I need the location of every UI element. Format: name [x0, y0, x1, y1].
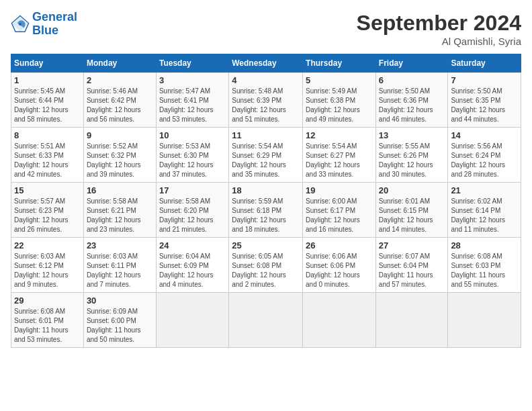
day-info: Sunrise: 5:50 AM Sunset: 6:36 PM Dayligh… [379, 87, 445, 124]
month-title: September 2024 [357, 11, 521, 36]
calendar-day-cell: 4Sunrise: 5:48 AM Sunset: 6:39 PM Daylig… [229, 73, 303, 128]
page-header: General Blue September 2024 Al Qamishli,… [11, 11, 521, 47]
day-number: 30 [87, 295, 153, 306]
calendar-day-cell: 5Sunrise: 5:49 AM Sunset: 6:38 PM Daylig… [303, 73, 376, 128]
day-number: 27 [379, 240, 445, 250]
location: Al Qamishli, Syria [357, 36, 521, 47]
empty-day-cell [229, 293, 303, 348]
day-number: 11 [232, 130, 300, 140]
empty-day-cell [156, 293, 228, 348]
day-info: Sunrise: 5:50 AM Sunset: 6:35 PM Dayligh… [451, 87, 518, 124]
day-number: 6 [379, 75, 445, 85]
calendar-day-cell: 16Sunrise: 5:58 AM Sunset: 6:21 PM Dayli… [83, 183, 156, 238]
calendar-week-row: 22Sunrise: 6:03 AM Sunset: 6:12 PM Dayli… [11, 238, 521, 293]
day-number: 12 [306, 130, 373, 140]
day-info: Sunrise: 5:45 AM Sunset: 6:44 PM Dayligh… [14, 87, 81, 124]
calendar-week-row: 1Sunrise: 5:45 AM Sunset: 6:44 PM Daylig… [11, 73, 521, 128]
calendar-day-cell: 11Sunrise: 5:54 AM Sunset: 6:29 PM Dayli… [229, 128, 303, 183]
day-info: Sunrise: 6:04 AM Sunset: 6:09 PM Dayligh… [159, 252, 226, 289]
calendar-day-cell: 18Sunrise: 5:59 AM Sunset: 6:18 PM Dayli… [229, 183, 303, 238]
day-number: 3 [159, 75, 226, 85]
day-info: Sunrise: 5:48 AM Sunset: 6:39 PM Dayligh… [232, 87, 300, 124]
logo: General Blue [11, 11, 77, 38]
calendar-week-row: 29Sunrise: 6:08 AM Sunset: 6:01 PM Dayli… [11, 293, 521, 348]
calendar-day-cell: 15Sunrise: 5:57 AM Sunset: 6:23 PM Dayli… [11, 183, 84, 238]
empty-day-cell [303, 293, 376, 348]
day-info: Sunrise: 5:46 AM Sunset: 6:42 PM Dayligh… [87, 87, 153, 124]
day-header-row: SundayMondayTuesdayWednesdayThursdayFrid… [11, 54, 521, 73]
calendar-day-cell: 1Sunrise: 5:45 AM Sunset: 6:44 PM Daylig… [11, 73, 84, 128]
day-info: Sunrise: 6:03 AM Sunset: 6:12 PM Dayligh… [14, 252, 81, 289]
calendar-day-cell: 27Sunrise: 6:07 AM Sunset: 6:04 PM Dayli… [375, 238, 448, 293]
day-number: 8 [14, 130, 81, 140]
calendar-week-row: 8Sunrise: 5:51 AM Sunset: 6:33 PM Daylig… [11, 128, 521, 183]
calendar-day-cell: 9Sunrise: 5:52 AM Sunset: 6:32 PM Daylig… [83, 128, 156, 183]
day-of-week-header: Wednesday [229, 54, 303, 73]
calendar-day-cell: 8Sunrise: 5:51 AM Sunset: 6:33 PM Daylig… [11, 128, 84, 183]
empty-day-cell [448, 293, 521, 348]
logo-line1: General [32, 10, 77, 24]
day-of-week-header: Saturday [448, 54, 521, 73]
day-number: 2 [87, 75, 153, 85]
calendar-day-cell: 6Sunrise: 5:50 AM Sunset: 6:36 PM Daylig… [375, 73, 448, 128]
day-of-week-header: Thursday [303, 54, 376, 73]
day-info: Sunrise: 5:57 AM Sunset: 6:23 PM Dayligh… [14, 197, 81, 234]
day-info: Sunrise: 5:59 AM Sunset: 6:18 PM Dayligh… [232, 197, 300, 234]
day-info: Sunrise: 5:58 AM Sunset: 6:21 PM Dayligh… [87, 197, 153, 234]
day-number: 19 [306, 185, 373, 195]
day-number: 16 [87, 185, 153, 195]
day-of-week-header: Monday [83, 54, 156, 73]
day-number: 18 [232, 185, 300, 195]
calendar-day-cell: 29Sunrise: 6:08 AM Sunset: 6:01 PM Dayli… [11, 293, 84, 348]
calendar-week-row: 15Sunrise: 5:57 AM Sunset: 6:23 PM Dayli… [11, 183, 521, 238]
calendar-header: SundayMondayTuesdayWednesdayThursdayFrid… [11, 54, 521, 73]
day-info: Sunrise: 5:49 AM Sunset: 6:38 PM Dayligh… [306, 87, 373, 124]
calendar-day-cell: 26Sunrise: 6:06 AM Sunset: 6:06 PM Dayli… [303, 238, 376, 293]
day-number: 4 [232, 75, 300, 85]
day-info: Sunrise: 6:09 AM Sunset: 6:00 PM Dayligh… [87, 307, 153, 345]
day-number: 10 [159, 130, 226, 140]
day-number: 17 [159, 185, 226, 195]
calendar-day-cell: 21Sunrise: 6:02 AM Sunset: 6:14 PM Dayli… [448, 183, 521, 238]
day-number: 26 [306, 240, 373, 250]
logo-line2: Blue [32, 24, 58, 37]
day-number: 23 [87, 240, 153, 250]
day-info: Sunrise: 6:08 AM Sunset: 6:03 PM Dayligh… [451, 252, 518, 289]
empty-day-cell [375, 293, 448, 348]
calendar-day-cell: 19Sunrise: 6:00 AM Sunset: 6:17 PM Dayli… [303, 183, 376, 238]
day-info: Sunrise: 6:06 AM Sunset: 6:06 PM Dayligh… [306, 252, 373, 289]
day-number: 24 [159, 240, 226, 250]
day-info: Sunrise: 6:08 AM Sunset: 6:01 PM Dayligh… [14, 307, 81, 345]
day-number: 21 [451, 185, 518, 195]
calendar-day-cell: 12Sunrise: 5:54 AM Sunset: 6:27 PM Dayli… [303, 128, 376, 183]
day-info: Sunrise: 6:01 AM Sunset: 6:15 PM Dayligh… [379, 197, 445, 234]
calendar-day-cell: 17Sunrise: 5:58 AM Sunset: 6:20 PM Dayli… [156, 183, 228, 238]
logo-icon [11, 15, 30, 34]
calendar-day-cell: 7Sunrise: 5:50 AM Sunset: 6:35 PM Daylig… [448, 73, 521, 128]
day-info: Sunrise: 5:56 AM Sunset: 6:24 PM Dayligh… [451, 142, 518, 179]
day-number: 28 [451, 240, 518, 250]
day-info: Sunrise: 5:53 AM Sunset: 6:30 PM Dayligh… [159, 142, 226, 179]
day-number: 7 [451, 75, 518, 85]
calendar-day-cell: 25Sunrise: 6:05 AM Sunset: 6:08 PM Dayli… [229, 238, 303, 293]
day-number: 5 [306, 75, 373, 85]
day-number: 14 [451, 130, 518, 140]
day-info: Sunrise: 5:54 AM Sunset: 6:29 PM Dayligh… [232, 142, 300, 179]
day-info: Sunrise: 6:05 AM Sunset: 6:08 PM Dayligh… [232, 252, 300, 289]
calendar-day-cell: 10Sunrise: 5:53 AM Sunset: 6:30 PM Dayli… [156, 128, 228, 183]
day-info: Sunrise: 5:51 AM Sunset: 6:33 PM Dayligh… [14, 142, 81, 179]
calendar-day-cell: 20Sunrise: 6:01 AM Sunset: 6:15 PM Dayli… [375, 183, 448, 238]
calendar-day-cell: 13Sunrise: 5:55 AM Sunset: 6:26 PM Dayli… [375, 128, 448, 183]
day-info: Sunrise: 5:54 AM Sunset: 6:27 PM Dayligh… [306, 142, 373, 179]
calendar-day-cell: 3Sunrise: 5:47 AM Sunset: 6:41 PM Daylig… [156, 73, 228, 128]
day-number: 15 [14, 185, 81, 195]
calendar-day-cell: 24Sunrise: 6:04 AM Sunset: 6:09 PM Dayli… [156, 238, 228, 293]
day-info: Sunrise: 6:00 AM Sunset: 6:17 PM Dayligh… [306, 197, 373, 234]
calendar-day-cell: 14Sunrise: 5:56 AM Sunset: 6:24 PM Dayli… [448, 128, 521, 183]
day-of-week-header: Tuesday [156, 54, 228, 73]
day-number: 25 [232, 240, 300, 250]
day-number: 13 [379, 130, 445, 140]
day-number: 20 [379, 185, 445, 195]
svg-point-2 [19, 23, 21, 26]
day-info: Sunrise: 6:07 AM Sunset: 6:04 PM Dayligh… [379, 252, 445, 289]
